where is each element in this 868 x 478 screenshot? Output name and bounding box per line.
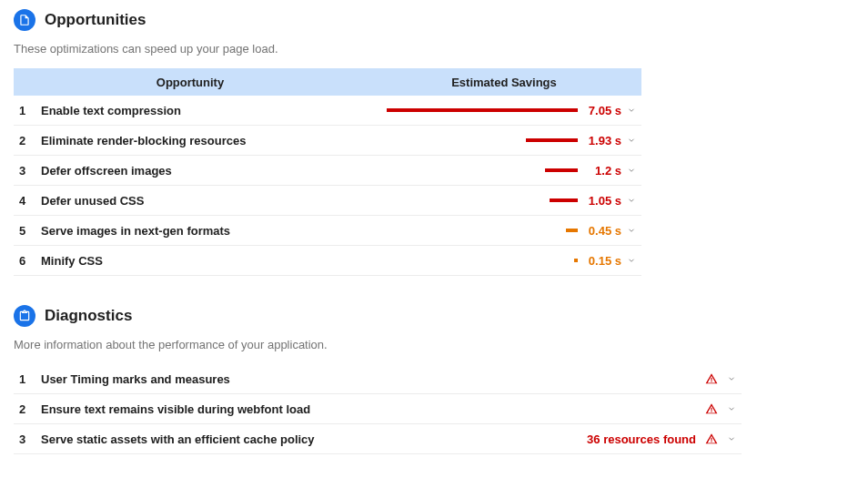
opportunity-name: Serve images in next-gen formats	[41, 224, 367, 238]
diagnostics-desc: More information about the performance o…	[14, 338, 854, 351]
savings-bar-cell	[367, 108, 578, 112]
opportunity-name: Enable text compression	[41, 104, 367, 117]
opportunities-section: Opportunities These optimizations can sp…	[0, 0, 868, 276]
opportunity-name: Defer offscreen images	[41, 164, 367, 178]
savings-bar-cell	[367, 168, 578, 172]
diagnostics-list: 1User Timing marks and measures2Ensure t…	[14, 364, 742, 454]
row-number: 5	[14, 224, 41, 238]
savings-bar-cell	[367, 259, 578, 262]
opportunity-row[interactable]: 5Serve images in next-gen formats0.45 s	[14, 216, 641, 246]
row-number: 2	[14, 134, 41, 147]
opportunities-table-header: Opportunity Estimated Savings	[14, 68, 641, 96]
opportunities-table: Opportunity Estimated Savings 1Enable te…	[14, 68, 641, 276]
opportunity-name: Eliminate render-blocking resources	[41, 134, 367, 147]
savings-bar-cell	[367, 229, 578, 232]
opportunity-name: Defer unused CSS	[41, 194, 367, 208]
diagnostics-title: Diagnostics	[45, 307, 132, 325]
savings-bar	[387, 108, 578, 112]
opportunity-row[interactable]: 2Eliminate render-blocking resources1.93…	[14, 126, 641, 156]
chevron-down-icon	[621, 104, 641, 117]
savings-bar	[566, 229, 578, 232]
chevron-down-icon	[722, 402, 742, 416]
diagnostic-name: Ensure text remains visible during webfo…	[41, 402, 701, 416]
opportunity-row[interactable]: 1Enable text compression7.05 s	[14, 96, 641, 126]
savings-bar	[545, 168, 578, 172]
opportunities-header: Opportunities	[14, 9, 854, 31]
opportunity-row[interactable]: 6Minify CSS0.15 s	[14, 246, 641, 276]
savings-value: 0.15 s	[578, 254, 621, 268]
chevron-down-icon	[621, 254, 641, 268]
diagnostics-section: Diagnostics More information about the p…	[0, 296, 868, 454]
col-estimated-savings: Estimated Savings	[367, 76, 641, 89]
row-number: 4	[14, 194, 41, 208]
savings-bar-cell	[367, 138, 578, 142]
opportunities-icon	[14, 9, 35, 31]
col-opportunity: Opportunity	[14, 76, 367, 89]
opportunity-name: Minify CSS	[41, 254, 367, 268]
chevron-down-icon	[722, 372, 742, 386]
savings-bar	[526, 138, 578, 142]
opportunities-desc: These optimizations can speed up your pa…	[14, 42, 854, 56]
savings-bar-cell	[367, 198, 578, 202]
row-number: 1	[14, 372, 41, 386]
savings-value: 7.05 s	[578, 104, 621, 117]
row-number: 1	[14, 104, 41, 117]
savings-value: 1.05 s	[578, 194, 621, 208]
chevron-down-icon	[621, 164, 641, 178]
chevron-down-icon	[722, 432, 742, 446]
row-number: 6	[14, 254, 41, 268]
opportunities-title: Opportunities	[45, 11, 146, 29]
chevron-down-icon	[621, 194, 641, 208]
diagnostic-name: Serve static assets with an efficient ca…	[41, 432, 587, 446]
diagnostics-icon	[14, 305, 35, 327]
diagnostic-row[interactable]: 3Serve static assets with an efficient c…	[14, 424, 742, 454]
savings-value: 1.93 s	[578, 134, 621, 147]
diagnostic-row[interactable]: 2Ensure text remains visible during webf…	[14, 394, 742, 424]
diagnostic-name: User Timing marks and measures	[41, 372, 701, 386]
row-number: 3	[14, 432, 41, 446]
diagnostic-detail: 36 resources found	[587, 432, 701, 446]
savings-value: 0.45 s	[578, 224, 621, 238]
savings-value: 1.2 s	[578, 164, 621, 178]
warning-icon	[701, 402, 722, 415]
opportunity-row[interactable]: 4Defer unused CSS1.05 s	[14, 186, 641, 216]
opportunity-row[interactable]: 3Defer offscreen images1.2 s	[14, 156, 641, 186]
diagnostic-row[interactable]: 1User Timing marks and measures	[14, 364, 742, 394]
diagnostics-header: Diagnostics	[14, 305, 854, 327]
chevron-down-icon	[621, 134, 641, 147]
row-number: 2	[14, 402, 41, 416]
warning-icon	[701, 372, 722, 385]
warning-icon	[701, 432, 722, 445]
row-number: 3	[14, 164, 41, 178]
savings-bar	[550, 198, 578, 202]
chevron-down-icon	[621, 224, 641, 238]
